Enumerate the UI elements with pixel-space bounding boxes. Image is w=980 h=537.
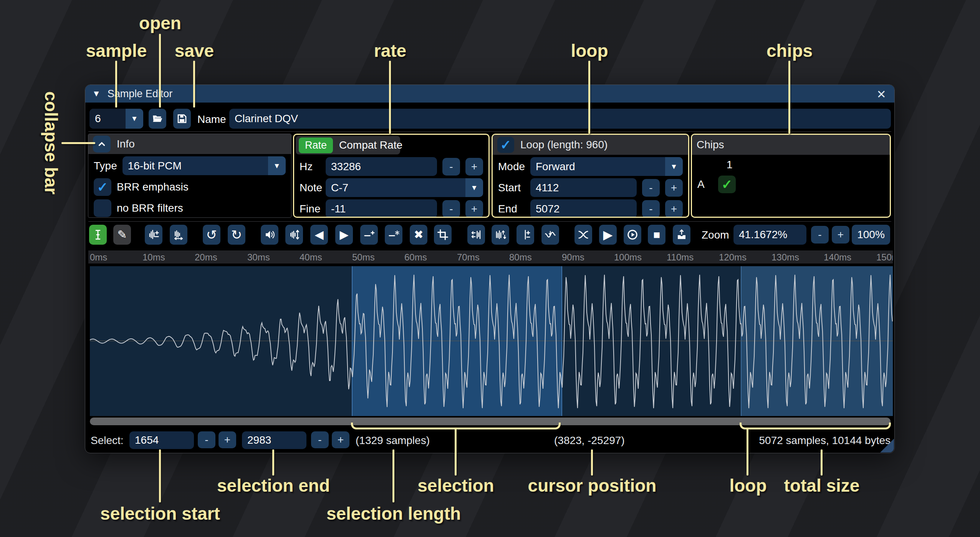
zoom-minus-button[interactable]: - bbox=[811, 226, 829, 244]
signedness-button[interactable] bbox=[516, 225, 534, 245]
ruler-tick-label: 130ms bbox=[771, 252, 799, 263]
chips-panel: Chips 1 A ✓ bbox=[691, 134, 891, 218]
selection-start-plus-button[interactable]: + bbox=[219, 431, 236, 448]
crossfade-button[interactable] bbox=[574, 225, 592, 245]
loop-checkbox[interactable]: ✓ bbox=[497, 137, 514, 153]
ruler-tick-label: 80ms bbox=[509, 252, 532, 263]
note-dropdown[interactable]: C-7 ▼ bbox=[326, 178, 483, 197]
preview-loop-button[interactable] bbox=[624, 225, 641, 245]
info-panel: Info Type 16-bit PCM ▼ ✓ BRR emphasis no… bbox=[88, 134, 291, 218]
selection-end-plus-button[interactable]: + bbox=[332, 431, 349, 448]
chip-row-label: A bbox=[697, 178, 713, 191]
loop-mode-dropdown[interactable]: Forward ▼ bbox=[530, 157, 683, 176]
loop-end-input[interactable]: 5072 bbox=[530, 199, 637, 218]
trim-button[interactable] bbox=[434, 225, 452, 245]
ruler-tick-label: 70ms bbox=[457, 252, 480, 263]
reset-zoom-button[interactable]: 100% bbox=[852, 225, 890, 245]
fade-out-button[interactable]: ▶ bbox=[335, 225, 353, 245]
edit-mode-select-button[interactable] bbox=[89, 225, 107, 245]
preview-button[interactable]: ▶ bbox=[599, 225, 617, 245]
selection-start-input[interactable]: 1654 bbox=[129, 431, 194, 449]
fine-input[interactable]: -11 bbox=[326, 199, 437, 218]
window-collapse-triangle-icon[interactable]: ▼ bbox=[92, 89, 101, 99]
filter-button[interactable] bbox=[541, 225, 559, 245]
delete-button[interactable]: ✖ bbox=[410, 225, 427, 245]
stop-icon: ■ bbox=[653, 229, 660, 240]
type-dropdown[interactable]: 16-bit PCM ▼ bbox=[122, 156, 286, 175]
resample-button[interactable] bbox=[170, 225, 187, 245]
loop-start-minus-button[interactable]: - bbox=[642, 179, 660, 197]
callout-line-collapse-bar bbox=[61, 142, 95, 144]
close-button[interactable]: ✕ bbox=[874, 86, 889, 102]
resize-button[interactable] bbox=[145, 225, 162, 245]
callout-line-selection-end bbox=[272, 449, 274, 476]
mode-label: Mode bbox=[498, 161, 525, 173]
collapse-bar-button[interactable] bbox=[93, 136, 111, 152]
rate-panel-title: Compat Rate bbox=[339, 139, 402, 151]
chip-enable-checkbox[interactable]: ✓ bbox=[718, 176, 736, 193]
callout-line-save bbox=[193, 61, 195, 108]
selection-end-minus-button[interactable]: - bbox=[311, 431, 329, 448]
selection-start-minus-button[interactable]: - bbox=[198, 431, 215, 448]
select-label: Select: bbox=[91, 434, 124, 447]
loop-end-plus-button[interactable]: + bbox=[665, 200, 683, 218]
selection-end-input[interactable]: 2983 bbox=[242, 431, 306, 449]
fade-out-icon: ▶ bbox=[339, 229, 348, 240]
import-button[interactable] bbox=[673, 225, 690, 245]
titlebar[interactable]: ▼ Sample Editor bbox=[85, 85, 894, 103]
insert-silence-button[interactable] bbox=[360, 225, 378, 245]
name-input[interactable]: Clarinet DQV bbox=[229, 109, 891, 129]
annotation-rate: rate bbox=[374, 40, 406, 61]
ruler-tick-label: 20ms bbox=[195, 252, 217, 263]
loop-end-label: End bbox=[498, 203, 525, 215]
waveform-trace bbox=[90, 266, 893, 416]
no-brr-filters-checkbox[interactable] bbox=[94, 199, 111, 217]
ruler-tick-label: 120ms bbox=[719, 252, 747, 263]
fine-plus-button[interactable]: + bbox=[465, 200, 483, 218]
hz-input[interactable]: 33286 bbox=[326, 157, 437, 176]
amplify-speaker-icon bbox=[264, 229, 275, 240]
chevron-up-icon bbox=[97, 139, 107, 149]
sample-selector[interactable]: 6 ▼ bbox=[89, 109, 143, 129]
brr-emphasis-checkbox[interactable]: ✓ bbox=[94, 178, 111, 196]
chevron-down-icon: ▼ bbox=[268, 156, 286, 175]
amplify-button[interactable] bbox=[261, 225, 278, 245]
invert-button[interactable] bbox=[492, 225, 509, 245]
loop-mode-value: Forward bbox=[530, 157, 665, 176]
no-brr-filters-label: no BRR filters bbox=[117, 202, 183, 214]
annotation-selection-length: selection length bbox=[326, 503, 461, 524]
loop-end-minus-button[interactable]: - bbox=[642, 200, 660, 218]
redo-icon: ↻ bbox=[231, 228, 242, 241]
reverse-button[interactable] bbox=[467, 225, 485, 245]
hz-minus-button[interactable]: - bbox=[442, 158, 460, 176]
stop-button[interactable]: ■ bbox=[648, 225, 665, 245]
annotation-loop-top: loop bbox=[571, 40, 608, 61]
save-button[interactable] bbox=[173, 109, 191, 129]
loop-start-plus-button[interactable]: + bbox=[665, 179, 683, 197]
fine-minus-button[interactable]: - bbox=[442, 200, 460, 218]
redo-button[interactable]: ↻ bbox=[228, 225, 245, 245]
chips-panel-title: Chips bbox=[697, 139, 724, 151]
brr-emphasis-label: BRR emphasis bbox=[117, 181, 189, 193]
apply-silence-button[interactable] bbox=[385, 225, 402, 245]
hz-plus-button[interactable]: + bbox=[465, 158, 483, 176]
type-label: Type bbox=[94, 160, 117, 172]
time-ruler[interactable]: 0ms 10ms 20ms 30ms 40ms 50ms 60ms 70ms 8… bbox=[88, 250, 893, 264]
folder-open-icon bbox=[152, 113, 163, 124]
callout-line-total-size bbox=[821, 449, 823, 476]
rate-tag[interactable]: Rate bbox=[299, 138, 333, 153]
loop-start-input[interactable]: 4112 bbox=[530, 178, 637, 197]
pencil-icon: ✎ bbox=[117, 229, 127, 240]
normalize-button[interactable] bbox=[285, 225, 303, 245]
fade-in-button[interactable]: ◀ bbox=[310, 225, 328, 245]
edit-mode-draw-button[interactable]: ✎ bbox=[113, 225, 131, 245]
zoom-plus-button[interactable]: + bbox=[832, 226, 849, 244]
undo-button[interactable]: ↺ bbox=[203, 225, 220, 245]
zoom-input[interactable]: 41.1672% bbox=[733, 225, 806, 245]
ruler-tick-label: 40ms bbox=[300, 252, 322, 263]
chip-column-header: 1 bbox=[727, 159, 733, 171]
open-button[interactable] bbox=[149, 109, 166, 129]
chevron-down-icon[interactable]: ▼ bbox=[126, 109, 143, 129]
window-title: Sample Editor bbox=[108, 88, 173, 100]
waveform-display[interactable] bbox=[90, 266, 893, 416]
